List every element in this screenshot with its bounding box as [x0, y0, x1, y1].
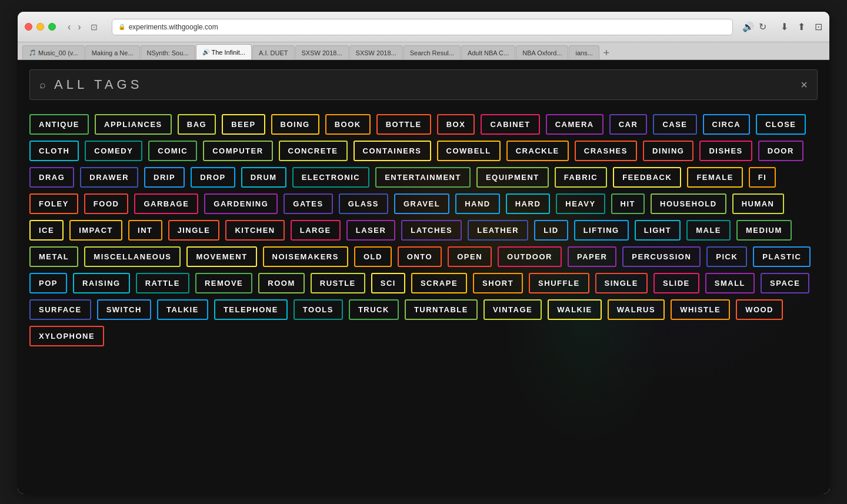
tag-car[interactable]: CAR: [609, 114, 648, 135]
tag-box[interactable]: BOX: [437, 114, 475, 135]
tag-comedy[interactable]: COMEDY: [85, 141, 142, 161]
tag-whistle[interactable]: WHISTLE: [671, 299, 730, 320]
browser-tab-6[interactable]: SXSW 2018...: [349, 45, 403, 59]
tag-circa[interactable]: CIRCA: [703, 114, 751, 135]
tag-metal[interactable]: METAL: [29, 246, 78, 267]
browser-tab-8[interactable]: Adult NBA C...: [461, 45, 515, 59]
browser-tab-10[interactable]: ians...: [569, 45, 599, 59]
tag-old[interactable]: OLD: [354, 246, 392, 267]
tag-bag[interactable]: BAG: [178, 114, 216, 135]
tag-bottle[interactable]: BOTTLE: [376, 114, 431, 135]
tag-gravel[interactable]: GRAVEL: [394, 193, 449, 214]
tag-light[interactable]: LIGHT: [635, 220, 681, 241]
tag-truck[interactable]: TRUCK: [349, 299, 399, 320]
tag-fabric[interactable]: FABRIC: [555, 167, 607, 188]
tag-raising[interactable]: RAISING: [73, 273, 130, 293]
close-button[interactable]: ×: [801, 78, 808, 92]
tag-equipment[interactable]: EQUIPMENT: [476, 167, 549, 188]
tag-turntable[interactable]: TURNTABLE: [405, 299, 478, 320]
window-control-button[interactable]: ⊡: [91, 22, 98, 32]
tag-comic[interactable]: COMIC: [148, 141, 197, 161]
tag-outdoor[interactable]: OUTDOOR: [498, 246, 562, 267]
tag-switch[interactable]: SWITCH: [97, 299, 151, 320]
tag-rattle[interactable]: RATTLE: [136, 273, 189, 293]
tag-space[interactable]: SPACE: [761, 273, 809, 293]
tag-shuffle[interactable]: SHUFFLE: [529, 273, 589, 293]
tag-single[interactable]: SINGLE: [595, 273, 648, 293]
tag-hit[interactable]: HIT: [611, 193, 645, 214]
tag-beep[interactable]: BEEP: [222, 114, 265, 135]
tag-household[interactable]: HOUSEHOLD: [651, 193, 726, 214]
tag-electronic[interactable]: ELECTRONIC: [292, 167, 370, 188]
tag-room[interactable]: ROOM: [258, 273, 304, 293]
tag-paper[interactable]: PAPER: [568, 246, 616, 267]
tag-food[interactable]: FOOD: [84, 193, 129, 214]
tag-walrus[interactable]: WALRUS: [608, 299, 665, 320]
tag-int[interactable]: INT: [128, 220, 162, 241]
tag-garbage[interactable]: GARBAGE: [134, 193, 198, 214]
tag-sci[interactable]: SCI: [371, 273, 405, 293]
tag-tools[interactable]: TOOLS: [294, 299, 343, 320]
tag-antique[interactable]: ANTIQUE: [29, 114, 89, 135]
tag-cowbell[interactable]: COWBELL: [437, 141, 501, 161]
tag-gates[interactable]: GATES: [284, 193, 332, 214]
tag-lid[interactable]: LID: [534, 220, 568, 241]
tag-kitchen[interactable]: KITCHEN: [225, 220, 284, 241]
tag-appliances[interactable]: APPLIANCES: [95, 114, 172, 135]
tag-dishes[interactable]: DISHES: [699, 141, 752, 161]
tag-male[interactable]: MALE: [686, 220, 731, 241]
new-tab-button[interactable]: +: [600, 48, 613, 58]
tag-heavy[interactable]: HEAVY: [556, 193, 605, 214]
tag-drum[interactable]: DRUM: [241, 167, 286, 188]
tag-remove[interactable]: REMOVE: [195, 273, 252, 293]
tag-crashes[interactable]: CRASHES: [575, 141, 637, 161]
tag-book[interactable]: BOOK: [325, 114, 371, 135]
maximize-window-button[interactable]: [48, 23, 56, 31]
tag-telephone[interactable]: TELEPHONE: [214, 299, 288, 320]
browser-tab-0[interactable]: 🎵Music_00 (v...: [22, 45, 85, 59]
tag-entertainment[interactable]: ENTERTAINMENT: [375, 167, 471, 188]
tag-ice[interactable]: ICE: [29, 220, 64, 241]
tag-scrape[interactable]: SCRAPE: [411, 273, 467, 293]
browser-tab-2[interactable]: NSynth: Sou...: [141, 45, 195, 59]
tag-miscellaneous[interactable]: MISCELLANEOUS: [84, 246, 181, 267]
tag-computer[interactable]: COMPUTER: [203, 141, 272, 161]
tag-short[interactable]: SHORT: [473, 273, 523, 293]
tag-lifting[interactable]: LIFTING: [574, 220, 629, 241]
tag-drag[interactable]: DRAG: [29, 167, 74, 188]
tag-laser[interactable]: LASER: [346, 220, 396, 241]
tag-rustle[interactable]: RUSTLE: [311, 273, 365, 293]
tag-containers[interactable]: CONTAINERS: [354, 141, 431, 161]
tag-cloth[interactable]: CLOTH: [29, 141, 79, 161]
tag-leather[interactable]: LEATHER: [468, 220, 528, 241]
tag-slide[interactable]: SLIDE: [653, 273, 699, 293]
reload-icon[interactable]: ↻: [759, 21, 766, 32]
tag-cabinet[interactable]: CABINET: [481, 114, 539, 135]
tag-close[interactable]: CLOSE: [756, 114, 805, 135]
tag-drip[interactable]: DRIP: [144, 167, 185, 188]
tag-talkie[interactable]: TALKIE: [157, 299, 208, 320]
tag-wood[interactable]: WOOD: [736, 299, 783, 320]
tag-female[interactable]: FEMALE: [687, 167, 742, 188]
tag-hard[interactable]: HARD: [506, 193, 551, 214]
address-bar[interactable]: 🔒 experiments.withgoogle.com: [112, 19, 733, 35]
tag-open[interactable]: OPEN: [448, 246, 492, 267]
tag-foley[interactable]: FOLEY: [29, 193, 78, 214]
tag-pick[interactable]: PICK: [706, 246, 747, 267]
tag-walkie[interactable]: WALKIE: [548, 299, 602, 320]
tag-latches[interactable]: LATCHES: [401, 220, 462, 241]
browser-tab-7[interactable]: Search Resul...: [404, 45, 461, 59]
tag-impact[interactable]: IMPACT: [69, 220, 122, 241]
tag-boing[interactable]: BOING: [271, 114, 319, 135]
tag-medium[interactable]: MEDIUM: [736, 220, 792, 241]
tag-plastic[interactable]: PLASTIC: [753, 246, 811, 267]
tag-drawer[interactable]: DRAWER: [80, 167, 138, 188]
browser-tab-3[interactable]: 🔊The Infinit...: [196, 44, 252, 59]
browser-tab-5[interactable]: SXSW 2018...: [295, 45, 349, 59]
tag-human[interactable]: HUMAN: [732, 193, 784, 214]
browser-tab-4[interactable]: A.I. DUET: [252, 45, 295, 59]
tag-fi[interactable]: FI: [749, 167, 776, 188]
forward-button[interactable]: ›: [75, 21, 83, 34]
tag-large[interactable]: LARGE: [291, 220, 341, 241]
close-window-button[interactable]: [25, 23, 32, 31]
